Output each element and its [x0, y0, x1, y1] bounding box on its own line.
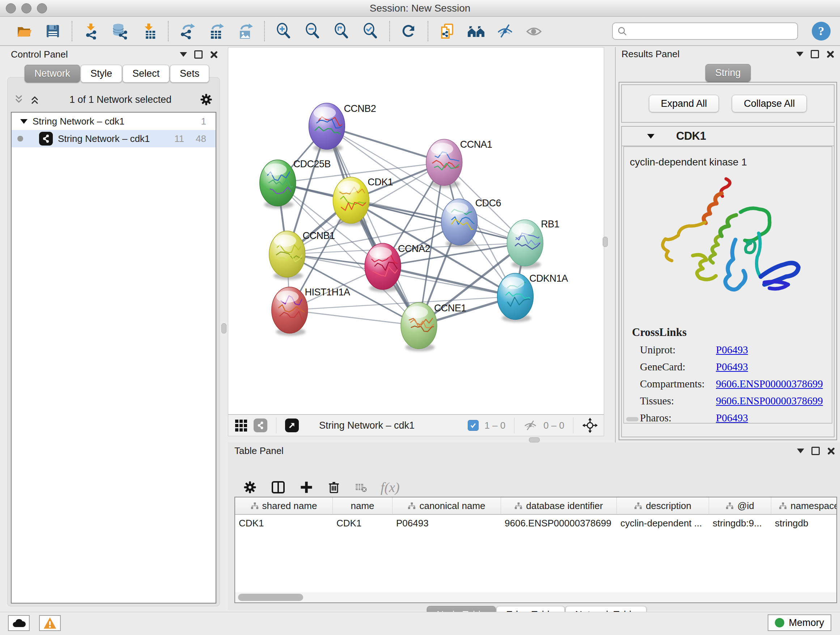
panel-menu-icon[interactable] [180, 52, 187, 57]
selected-checkbox[interactable] [468, 420, 478, 431]
crosshair-icon[interactable] [582, 417, 598, 433]
cell[interactable]: stringdb [771, 515, 837, 532]
horizontal-scrollbar[interactable] [234, 592, 837, 603]
crosslink-link[interactable]: P06493 [716, 344, 748, 356]
import-network-database-button[interactable] [110, 21, 130, 41]
zoom-fit-button[interactable] [332, 21, 352, 41]
network-node-RB1[interactable]: RB1 [507, 219, 560, 269]
panel-close-icon[interactable] [826, 50, 834, 58]
gear-icon[interactable] [242, 480, 257, 495]
crosslink-link[interactable]: P06493 [716, 361, 748, 373]
search-icon [617, 26, 627, 36]
expand-triangle-icon[interactable] [20, 119, 27, 124]
help-button[interactable]: ? [812, 22, 831, 41]
network-node-CDKN1A[interactable]: CDKN1A [497, 273, 568, 322]
column-header-shared-name[interactable]: shared name [235, 497, 333, 514]
panel-menu-icon[interactable] [797, 448, 804, 453]
network-view-title: String Network – cdk1 [319, 420, 462, 431]
panel-float-icon[interactable] [194, 50, 202, 59]
panel-close-icon[interactable] [210, 51, 218, 59]
export-table-button[interactable] [206, 21, 226, 41]
crosslink-link[interactable]: P06493 [716, 412, 748, 424]
column-header-canonical-name[interactable]: canonical name [393, 497, 501, 514]
zoom-in-button[interactable] [273, 21, 294, 41]
column-header-namespace[interactable]: namespace [771, 497, 837, 514]
collapse-all-icon[interactable] [14, 94, 26, 105]
network-style-badge[interactable] [254, 418, 267, 432]
network-node-CCNE1[interactable]: CCNE1 [401, 302, 466, 352]
save-session-button[interactable] [43, 21, 63, 41]
panel-close-icon[interactable] [827, 447, 835, 455]
expand-all-icon[interactable] [30, 94, 42, 105]
cell[interactable]: P06493 [393, 515, 501, 532]
column-header--id[interactable]: @id [709, 497, 771, 514]
network-node-CCNA1[interactable]: CCNA1 [426, 139, 493, 188]
mini-scrollbar[interactable] [626, 417, 638, 421]
import-table-file-button[interactable] [139, 21, 159, 41]
column-header-description[interactable]: description [617, 497, 709, 514]
delete-icon[interactable] [326, 480, 341, 495]
memory-button[interactable]: Memory [767, 614, 831, 631]
vertical-splitter-handle[interactable] [603, 237, 608, 247]
network-node-CCNB1[interactable]: CCNB1 [269, 230, 335, 280]
crosslink-link[interactable]: 9606.ENSP00000378699 [716, 395, 823, 407]
table-row[interactable]: CDK1CDK1P064939606.ENSP00000378699cyclin… [235, 515, 836, 532]
crosslink-label: Uniprot: [640, 344, 716, 356]
refresh-icon [401, 23, 417, 40]
network-row-selected[interactable]: String Network – cdk1 11 48 [11, 130, 216, 147]
cell[interactable]: CDK1 [333, 515, 393, 532]
refresh-button[interactable] [399, 21, 419, 41]
grid-view-button[interactable] [234, 418, 248, 432]
string-results-box: Expand All Collapse All CDK1 cyclin-depe… [619, 82, 837, 440]
cell[interactable]: stringdb:9... [709, 515, 771, 532]
hide-selected-button[interactable] [495, 21, 515, 41]
column-header-database-identifier[interactable]: database identifier [501, 497, 617, 514]
column-header-name[interactable]: name [333, 497, 393, 514]
export-network-button[interactable] [177, 21, 197, 41]
show-columns-icon[interactable] [270, 479, 286, 496]
node-label: CCNA1 [460, 139, 493, 150]
main-toolbar: ? [0, 17, 840, 46]
export-image-button[interactable] [235, 21, 256, 41]
crosslink-link[interactable]: 9606.ENSP00000378699 [716, 378, 823, 390]
network-collection-row[interactable]: String Network – cdk1 1 [11, 112, 216, 130]
network-edge[interactable] [383, 266, 515, 296]
search-input[interactable] [630, 25, 793, 37]
cell[interactable]: 9606.ENSP00000378699 [501, 515, 617, 532]
network-node-CDC6[interactable]: CDC6 [441, 198, 501, 248]
tab-select[interactable]: Select [123, 65, 169, 82]
network-node-CCNB2[interactable]: CCNB2 [309, 103, 376, 152]
show-all-button[interactable] [524, 21, 544, 41]
zoom-selected-button[interactable] [360, 21, 381, 41]
copy-network-button[interactable] [437, 21, 457, 41]
tab-sets[interactable]: Sets [170, 65, 209, 82]
horizontal-splitter-handle[interactable] [529, 437, 540, 442]
network-edge[interactable] [290, 310, 419, 326]
add-icon[interactable] [299, 480, 314, 495]
panel-float-icon[interactable] [812, 447, 820, 455]
open-session-button[interactable] [14, 21, 34, 41]
birds-eye-view-button[interactable] [285, 418, 299, 432]
tab-string[interactable]: String [706, 64, 751, 82]
expand-all-button[interactable]: Expand All [649, 95, 719, 112]
cell[interactable]: cyclin-dependent ... [617, 515, 709, 532]
eye-icon [526, 23, 542, 40]
panel-menu-icon[interactable] [796, 52, 804, 57]
gear-icon[interactable] [199, 92, 213, 107]
network-canvas[interactable]: CCNB2CCNA1CDC25BCDK1CDC6RB1CCNB1CCNA2CDK… [228, 47, 604, 415]
zoom-out-button[interactable] [302, 21, 323, 41]
collapse-all-button[interactable]: Collapse All [732, 95, 807, 112]
warning-button[interactable] [39, 615, 61, 631]
network-node-HIST1H1A[interactable]: HIST1H1A [272, 287, 350, 336]
first-neighbors-button[interactable] [466, 21, 486, 41]
cell[interactable]: CDK1 [235, 515, 333, 532]
collapse-triangle-icon[interactable] [647, 134, 654, 139]
scrollbar-thumb[interactable] [238, 594, 303, 601]
import-network-file-button[interactable] [81, 21, 101, 41]
vertical-splitter-handle[interactable] [221, 323, 226, 333]
cloud-button[interactable] [8, 615, 30, 631]
protein-entry-header[interactable]: CDK1 [622, 127, 834, 146]
tab-style[interactable]: Style [81, 65, 122, 82]
panel-float-icon[interactable] [811, 50, 819, 58]
tab-network[interactable]: Network [25, 65, 80, 82]
